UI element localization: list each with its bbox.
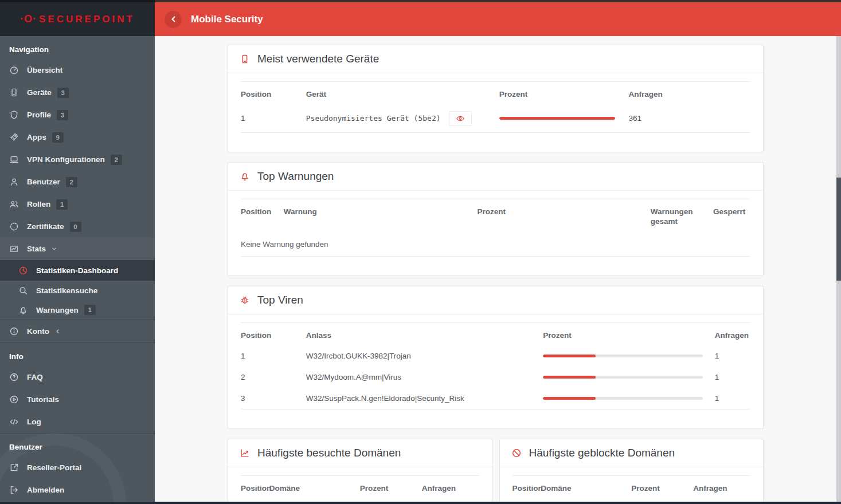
- sidebar-item-statistikensuche[interactable]: Statistikensuche: [0, 281, 155, 300]
- column-header-domain: Domäne: [269, 476, 360, 499]
- main-content: Meist verwendete Geräte Position Gerät P…: [155, 36, 836, 502]
- vertical-scrollbar[interactable]: [836, 36, 841, 502]
- count-badge: 3: [57, 110, 68, 120]
- sidebar-item-konto[interactable]: Konto: [0, 320, 155, 342]
- bug-icon: [240, 295, 250, 305]
- shield-icon: [9, 110, 19, 120]
- sidebar-item-faq[interactable]: FAQ: [0, 366, 155, 388]
- column-header-position: Position: [241, 323, 306, 346]
- card-title: Häufigste geblockte Domänen: [529, 447, 675, 459]
- page-header: Mobile Security: [155, 2, 841, 36]
- visited-domains-table: Position Domäne Prozent Anfragen 1 spieg…: [241, 475, 479, 502]
- sidebar-item-label: FAQ: [27, 373, 43, 381]
- column-header-requests: Anfragen: [715, 323, 750, 346]
- card-top-viruses: Top Viren Position Anlass Prozent Anfrag…: [228, 286, 764, 430]
- count-badge: 2: [111, 155, 122, 165]
- requests-value: 1: [715, 367, 750, 388]
- play-circle-icon: [9, 395, 19, 404]
- ban-icon: [511, 448, 522, 458]
- column-header-cause: Anlass: [306, 323, 543, 346]
- column-header-position: Position: [241, 82, 306, 105]
- card-top-blocked-domains: Häufigste geblockte Domänen Position Dom…: [499, 439, 764, 502]
- logo-text: SECUREPOINT: [39, 14, 135, 25]
- phone-icon: [9, 88, 19, 97]
- warnings-table: Position Warnung Prozent Warnungen gesam…: [241, 199, 750, 257]
- chevron-down-icon: [51, 246, 57, 252]
- column-header-domain: Domäne: [541, 476, 631, 499]
- securepoint-logo[interactable]: ·O· SECUREPOINT: [0, 2, 155, 36]
- sidebar-item-label: Rollen: [27, 200, 50, 208]
- column-header-percent: Prozent: [543, 323, 715, 346]
- card-top-warnings: Top Warnungen Position Warnung Prozent W…: [228, 162, 764, 276]
- table-header-row: Position Domäne Prozent Anfragen: [241, 476, 479, 499]
- position-value: 1: [241, 345, 306, 367]
- requests-value: 361: [629, 108, 750, 129]
- virus-name: W32/Mydoom.A@mm|Virus: [306, 367, 543, 388]
- window-bottom-edge: [0, 502, 841, 504]
- sidebar-item-geraete[interactable]: Geräte 3: [0, 81, 155, 104]
- viruses-table: Position Anlass Prozent Anfragen 1 W32/I…: [241, 322, 750, 410]
- column-header-position: Position: [513, 476, 541, 499]
- table-row: 1 W32/Ircbot.GUKK-3982|Trojan 1: [241, 345, 750, 367]
- sidebar-item-label: Stats: [27, 245, 46, 253]
- sidebar-section-info: Info: [0, 343, 155, 366]
- position-value: 1: [241, 108, 306, 129]
- sidebar-item-vpn-konfigurationen[interactable]: VPN Konfigurationen 2: [0, 148, 155, 171]
- table-header-row: Position Gerät Prozent Anfragen: [241, 82, 750, 105]
- sidebar-item-statistiken-dashboard[interactable]: Statistiken-Dashboard: [0, 260, 155, 281]
- position-value: 3: [241, 388, 306, 409]
- sidebar-item-stats[interactable]: Stats: [0, 238, 155, 260]
- chart-icon: [9, 244, 19, 254]
- column-header-requests: Anfragen: [422, 476, 479, 499]
- sidebar-item-benutzer[interactable]: Benutzer 2: [0, 171, 155, 193]
- sidebar-item-profile[interactable]: Profile 3: [0, 104, 155, 126]
- line-chart-icon: [240, 448, 250, 458]
- sidebar-item-label: Log: [27, 418, 41, 426]
- gauge-icon: [9, 65, 19, 75]
- back-button[interactable]: [165, 11, 182, 28]
- device-name: Pseudonymisiertes Gerät (5be2): [306, 114, 441, 123]
- sidebar-section-navigation: Navigation: [0, 36, 155, 59]
- sidebar-item-label: Statistikensuche: [36, 286, 97, 295]
- sidebar-item-log[interactable]: Log: [0, 411, 155, 433]
- card-title: Meist verwendete Geräte: [257, 53, 379, 65]
- card-top-visited-domains: Häufigste besuchte Domänen Position Domä…: [228, 439, 492, 502]
- search-icon: [18, 286, 28, 296]
- sidebar-item-zertifikate[interactable]: Zertifikate 0: [0, 215, 155, 238]
- percent-bar: [543, 355, 703, 357]
- table-row: 2 W32/Mydoom.A@mm|Virus 1: [241, 367, 750, 388]
- table-header-row: Position Domäne Prozent Anfragen: [513, 476, 751, 499]
- blocked-domains-table: Position Domäne Prozent Anfragen 1 meetr…: [513, 475, 751, 502]
- devices-table: Position Gerät Prozent Anfragen 1 Pseudo…: [241, 81, 750, 133]
- column-header-warning: Warnung: [284, 199, 478, 222]
- position-value: 2: [241, 367, 306, 388]
- rocket-icon: [9, 132, 19, 142]
- column-header-requests: Anfragen: [693, 476, 750, 499]
- virus-name: W32/Ircbot.GUKK-3982|Trojan: [306, 345, 543, 367]
- count-badge: 1: [56, 199, 68, 210]
- sidebar-item-label: Statistiken-Dashboard: [36, 266, 118, 275]
- column-header-percent: Prozent: [499, 82, 629, 105]
- sidebar-item-apps[interactable]: Apps 9: [0, 126, 155, 148]
- count-badge: 0: [70, 222, 81, 232]
- column-header-blocked: Gesperrt: [713, 199, 750, 222]
- bell-icon: [18, 305, 28, 315]
- table-header-row: Position Warnung Prozent Warnungen gesam…: [241, 199, 750, 232]
- sidebar-item-tutorials[interactable]: Tutorials: [0, 388, 155, 411]
- users-icon: [9, 199, 19, 209]
- sidebar-item-rollen[interactable]: Rollen 1: [0, 193, 155, 215]
- question-circle-icon: [9, 372, 19, 382]
- page-title: Mobile Security: [191, 14, 263, 25]
- chevron-left-icon: [54, 328, 61, 334]
- sidebar-item-warnungen[interactable]: Warnungen 1: [0, 300, 155, 320]
- sidebar-item-label: Apps: [27, 133, 46, 141]
- column-header-percent: Prozent: [631, 476, 693, 499]
- card-title: Top Viren: [257, 294, 303, 306]
- count-badge: 1: [84, 305, 96, 315]
- view-device-button[interactable]: [449, 111, 472, 126]
- laptop-icon: [9, 155, 19, 164]
- sidebar-item-uebersicht[interactable]: Übersicht: [0, 59, 155, 81]
- scrollbar-thumb[interactable]: [836, 178, 841, 281]
- logo-o-icon: ·O·: [20, 13, 37, 25]
- sidebar-item-label: Benutzer: [27, 178, 60, 186]
